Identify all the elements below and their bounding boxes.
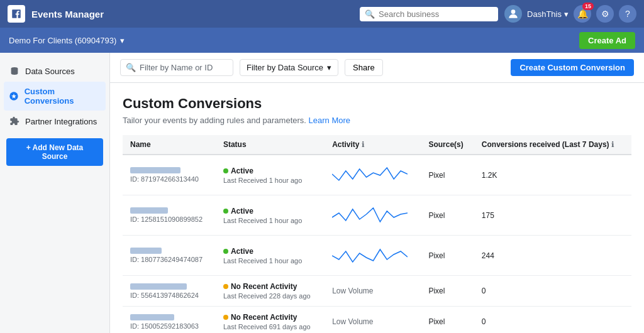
table-row[interactable]: ID: 1807736249474087ActiveLast Received … xyxy=(123,236,631,276)
cell-source: Pixel xyxy=(421,276,474,307)
svg-point-0 xyxy=(511,9,516,14)
top-nav: Events Manager 🔍 DashThis ▾ 🔔 15 ⚙ ? xyxy=(0,0,644,28)
cell-activity xyxy=(325,236,421,276)
facebook-logo[interactable] xyxy=(8,5,25,23)
search-input[interactable] xyxy=(379,9,493,19)
col-conversions: Conversions received (Last 7 Days) ℹ xyxy=(474,135,631,155)
conversions-table: Name Status Activity ℹ Source(s) Convers… xyxy=(123,135,631,333)
table-row[interactable]: ID: 871974266313440ActiveLast Received 1… xyxy=(123,155,631,195)
cell-conversions: 0 xyxy=(474,307,631,334)
create-custom-conversion-button[interactable]: Create Custom Conversion xyxy=(511,59,634,76)
app-title: Events Manager xyxy=(31,9,353,19)
notifications-button[interactable]: 🔔 15 xyxy=(574,5,591,23)
filter-source-label: Filter by Data Source xyxy=(247,63,323,72)
table-row[interactable]: ID: 556413974862624No Recent ActivityLas… xyxy=(123,276,631,307)
add-data-source-button[interactable]: + Add New Data Source xyxy=(6,138,103,166)
col-name: Name xyxy=(123,135,216,155)
dropdown-icon: ▾ xyxy=(120,36,125,45)
cell-name: ID: 871974266313440 xyxy=(123,155,216,195)
cell-activity xyxy=(325,155,421,195)
table-row[interactable]: ID: 150052592183063No Recent ActivityLas… xyxy=(123,307,631,334)
filter-source-dropdown[interactable]: Filter by Data Source ▾ xyxy=(240,59,338,76)
cell-conversions: 244 xyxy=(474,236,631,276)
layout: Data Sources Custom Conversions Partner … xyxy=(0,53,644,333)
create-ad-button[interactable]: Create Ad xyxy=(579,32,635,49)
cell-status: ActiveLast Received 1 hour ago xyxy=(216,195,325,236)
cell-status: ActiveLast Received 1 hour ago xyxy=(216,236,325,276)
sidebar-item-custom-conversions[interactable]: Custom Conversions xyxy=(4,82,106,111)
cell-conversions: 175 xyxy=(474,195,631,236)
help-button[interactable]: ? xyxy=(619,5,636,23)
filter-placeholder: Filter by Name or ID xyxy=(140,63,213,72)
cell-status: ActiveLast Received 1 hour ago xyxy=(216,155,325,195)
main-content: 🔍 Filter by Name or ID Filter by Data So… xyxy=(110,53,644,333)
notification-badge: 15 xyxy=(582,3,594,10)
sidebar-item-partner-integrations[interactable]: Partner Integrations xyxy=(0,111,109,132)
filter-search-icon: 🔍 xyxy=(126,63,136,72)
user-name[interactable]: DashThis ▾ xyxy=(527,9,569,19)
cell-activity xyxy=(325,195,421,236)
col-activity: Activity ℹ xyxy=(325,135,421,155)
cell-source: Pixel xyxy=(421,307,474,334)
cell-activity: Low Volume xyxy=(325,307,421,334)
sidebar-label-partner-integrations: Partner Integrations xyxy=(25,117,97,126)
cell-status: No Recent ActivityLast Received 691 days… xyxy=(216,307,325,334)
settings-button[interactable]: ⚙ xyxy=(596,5,614,23)
search-icon: 🔍 xyxy=(365,9,375,19)
cell-status: No Recent ActivityLast Received 228 days… xyxy=(216,276,325,307)
chevron-down-icon: ▾ xyxy=(327,63,331,72)
col-status: Status xyxy=(216,135,325,155)
cell-name: ID: 150052592183063 xyxy=(123,307,216,334)
cell-source: Pixel xyxy=(421,195,474,236)
cell-source: Pixel xyxy=(421,236,474,276)
sidebar-item-data-sources[interactable]: Data Sources xyxy=(0,60,109,82)
sidebar: Data Sources Custom Conversions Partner … xyxy=(0,53,110,333)
content-area: Custom Conversions Tailor your events by… xyxy=(110,83,644,333)
col-sources: Source(s) xyxy=(421,135,474,155)
table-header-row: Name Status Activity ℹ Source(s) Convers… xyxy=(123,135,631,155)
database-icon xyxy=(9,65,20,77)
sidebar-label-data-sources: Data Sources xyxy=(25,67,75,76)
cell-name: ID: 1807736249474087 xyxy=(123,236,216,276)
cell-conversions: 1.2K xyxy=(474,155,631,195)
search-bar[interactable]: 🔍 xyxy=(360,7,498,21)
nav-right: DashThis ▾ 🔔 15 ⚙ ? xyxy=(504,5,636,23)
filter-name-input[interactable]: 🔍 Filter by Name or ID xyxy=(120,59,233,76)
toolbar: 🔍 Filter by Name or ID Filter by Data So… xyxy=(110,53,644,83)
cell-name: ID: 1258151090899852 xyxy=(123,195,216,236)
page-description: Tailor your events by adding rules and p… xyxy=(123,116,631,125)
cell-name: ID: 556413974862624 xyxy=(123,276,216,307)
share-button[interactable]: Share xyxy=(345,59,383,76)
learn-more-link[interactable]: Learn More xyxy=(309,116,350,125)
sub-nav: Demo For Clients (60904793) ▾ Create Ad xyxy=(0,28,644,53)
sidebar-label-custom-conversions: Custom Conversions xyxy=(25,87,101,106)
account-name: Demo For Clients (60904793) xyxy=(9,36,116,45)
cell-source: Pixel xyxy=(421,155,474,195)
cell-activity: Low Volume xyxy=(325,276,421,307)
table-row[interactable]: ID: 1258151090899852ActiveLast Received … xyxy=(123,195,631,236)
account-selector[interactable]: Demo For Clients (60904793) ▾ xyxy=(9,36,125,45)
avatar xyxy=(504,5,522,23)
page-title: Custom Conversions xyxy=(123,96,631,112)
cell-conversions: 0 xyxy=(474,276,631,307)
star-icon xyxy=(9,90,19,102)
puzzle-icon xyxy=(9,116,20,127)
